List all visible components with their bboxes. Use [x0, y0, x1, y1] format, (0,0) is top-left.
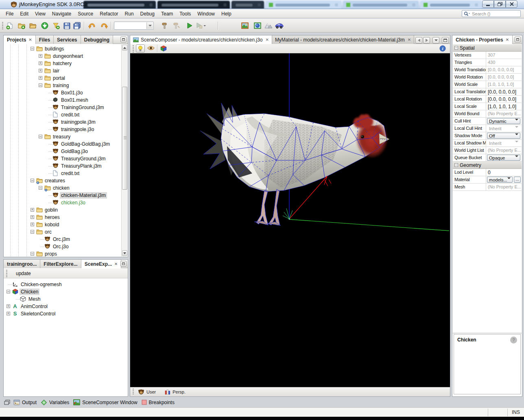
property-value[interactable]: [0.0, 0.0, 0.0] — [486, 88, 522, 95]
tree-item-orcj3o[interactable]: Orc.j3o — [4, 243, 121, 250]
scroll-down-button[interactable] — [122, 250, 127, 256]
close-tab-icon[interactable]: ✕ — [408, 37, 411, 42]
camera-eye-button[interactable] — [147, 45, 155, 51]
expand-toggle[interactable]: + — [31, 208, 34, 212]
property-row-localrotation[interactable]: Local Rotation[0.0, 0.0, 0.0] — [453, 96, 522, 103]
search-input[interactable]: Search () — [462, 10, 521, 17]
expand-toggle[interactable]: + — [39, 61, 42, 65]
filter-new-button[interactable] — [51, 21, 61, 31]
property-row-worldbound[interactable]: World Bound(No Property E... — [453, 110, 522, 118]
property-value[interactable]: [1.0, 1.0, 1.0] — [486, 103, 522, 110]
tree-item-chicken[interactable]: –chicken — [4, 184, 121, 192]
help-icon[interactable]: ? — [510, 337, 517, 343]
minimize-panel-button[interactable] — [515, 37, 521, 42]
undo-button[interactable] — [87, 21, 97, 31]
tree-item-chickenogremesh[interactable]: Chicken-ogremesh — [4, 281, 127, 288]
tree-item-trainingpolej3o[interactable]: trainingpole.j3o — [4, 126, 121, 133]
tree-item-goldbaggoldbagj3m[interactable]: GoldBag-GoldBag.j3m — [4, 140, 121, 148]
close-tab-icon[interactable]: ✕ — [28, 37, 32, 42]
tree-item-trainingpolej3m[interactable]: trainingpole.j3m — [4, 118, 121, 126]
tree-item-animcontrol[interactable]: +AAnimControl — [4, 303, 127, 310]
tree-item-credittxt[interactable]: credit.txt — [4, 111, 121, 118]
menu-file[interactable]: File — [2, 10, 17, 18]
tree-item-box01mesh[interactable]: Box01.mesh — [4, 96, 121, 104]
combobox-dropdown-icon[interactable] — [146, 22, 153, 29]
statusbar-scenecomposer-window[interactable]: SceneComposer Window — [73, 399, 137, 405]
editor-tab[interactable]: SceneComposer - models/creatures/chicken… — [130, 35, 272, 44]
menu-view[interactable]: View — [32, 10, 49, 18]
explorer-tab-trainingroo[interactable]: trainingroo... — [4, 260, 40, 268]
collapse-toggle[interactable]: – — [7, 290, 10, 293]
build-hammer-button[interactable] — [160, 21, 170, 31]
wireframe-cube-button[interactable] — [160, 45, 167, 52]
property-row-shadowmode[interactable]: Shadow ModeOff — [453, 132, 522, 140]
clean-build-hammer-button[interactable] — [172, 21, 181, 31]
tree-item-hatchery[interactable]: +hatchery — [4, 60, 121, 67]
tree-item-props[interactable]: –props — [4, 250, 121, 256]
open-project-button[interactable] — [28, 21, 37, 31]
tree-item-traininggroundj3m[interactable]: TrainingGround.j3m — [4, 104, 121, 111]
explorer-tab-filterexplore[interactable]: FilterExplore... — [40, 260, 81, 268]
property-value[interactable]: [0.0, 0.0, 0.0] — [486, 66, 522, 73]
tree-item-training[interactable]: –training — [4, 82, 121, 89]
projects-tab-files[interactable]: Files — [36, 35, 54, 44]
maximize-button[interactable] — [494, 0, 506, 8]
tree-item-skeletoncontrol[interactable]: +SSkeletonControl — [4, 310, 127, 317]
property-row-localcullhint[interactable]: Local Cull HintInherit — [453, 125, 522, 132]
menu-navigate[interactable]: Navigate — [49, 10, 74, 18]
expand-toggle[interactable]: + — [39, 69, 42, 72]
close-tab-icon[interactable]: ✕ — [114, 262, 118, 266]
menu-debug[interactable]: Debug — [137, 10, 158, 18]
property-value[interactable]: [0.0, 0.0, 0.0] — [486, 96, 522, 103]
property-row-worldscale[interactable]: World Scale[1.0, 1.0, 1.0] — [453, 81, 522, 88]
scroll-tabs-right-button[interactable] — [423, 37, 430, 44]
update-button[interactable]: update — [13, 270, 34, 277]
collapse-toggle[interactable]: – — [39, 186, 42, 190]
section-collapse-toggle[interactable]: – — [454, 46, 458, 50]
save-all-button[interactable] — [72, 21, 82, 31]
projection-label[interactable]: Persp. — [172, 389, 186, 394]
section-collapse-toggle[interactable]: – — [454, 163, 458, 167]
property-value[interactable]: (No Property E... — [486, 184, 522, 190]
property-value[interactable]: 0 — [486, 169, 522, 176]
statusbar-output[interactable]: Output — [13, 400, 37, 405]
collapse-toggle[interactable]: – — [31, 179, 34, 182]
tree-item-box01j3o[interactable]: Box01.j3o — [4, 89, 121, 96]
explorer-tab-sceneexp[interactable]: SceneExp...✕ — [81, 260, 122, 268]
property-dropdown[interactable]: Dynamic — [487, 118, 520, 124]
expand-toggle[interactable]: + — [31, 215, 34, 219]
collapse-toggle[interactable]: – — [31, 230, 34, 234]
menu-team[interactable]: Team — [158, 10, 176, 18]
property-row-triangles[interactable]: Triangles430 — [453, 59, 522, 66]
expand-toggle[interactable]: + — [39, 76, 42, 80]
tree-item-orc[interactable]: –orc — [4, 228, 121, 236]
menu-refactor[interactable]: Refactor — [96, 10, 121, 18]
redo-button[interactable] — [99, 21, 109, 31]
terrain-editor-button[interactable] — [264, 21, 273, 31]
scroll-tabs-left-button[interactable] — [415, 37, 422, 44]
property-dropdown[interactable]: Opaque — [487, 155, 520, 161]
expand-toggle[interactable]: + — [7, 312, 10, 315]
menu-run[interactable]: Run — [122, 10, 137, 18]
tree-item-chickenmaterialj3m[interactable]: chicken-Material.j3m — [4, 192, 121, 199]
property-row-localshadowm[interactable]: Local Shadow MInherit — [453, 140, 522, 147]
property-row-localscale[interactable]: Local Scale[1.0, 1.0, 1.0] — [453, 103, 522, 110]
tree-item-treasurygroundj3m[interactable]: TreasuryGround.j3m — [4, 155, 121, 162]
collapse-toggle[interactable]: – — [39, 83, 42, 87]
projects-tab-debugging[interactable]: Debugging — [81, 35, 114, 44]
property-dropdown[interactable]: Inherit — [487, 140, 520, 146]
material-preview-button[interactable] — [253, 21, 262, 31]
tree-item-portal[interactable]: +portal — [4, 74, 121, 82]
properties-tab-chickenproperties[interactable]: Chicken - Properties✕ — [452, 35, 513, 44]
collapse-toggle[interactable]: – — [31, 47, 34, 50]
property-dropdown[interactable]: models... — [487, 177, 513, 183]
projects-tab-services[interactable]: Services — [54, 35, 81, 44]
tree-item-heroes[interactable]: +heroes — [4, 214, 121, 221]
property-dropdown[interactable]: Off — [487, 133, 520, 139]
light-toggle-button[interactable] — [136, 44, 145, 52]
new-project-button[interactable] — [16, 21, 26, 31]
menu-edit[interactable]: Edit — [17, 10, 32, 18]
new-file-button[interactable] — [5, 21, 15, 31]
run-project-button[interactable] — [185, 21, 194, 31]
projects-scrollbar[interactable] — [121, 44, 127, 256]
